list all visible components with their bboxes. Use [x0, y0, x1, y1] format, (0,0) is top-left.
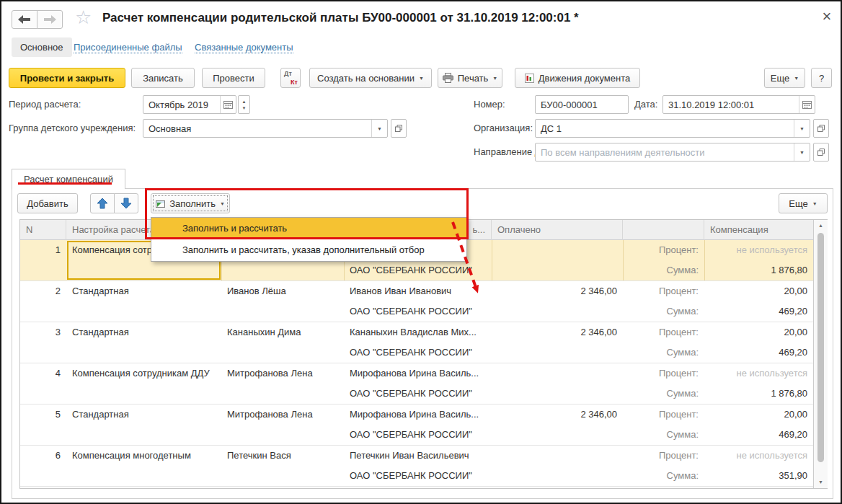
direction-placeholder: По всем направлениям деятельности [536, 147, 794, 158]
favorite-star-icon[interactable]: ☆ [75, 6, 92, 29]
header-labels[interactable] [623, 220, 704, 240]
annotation-underline [18, 182, 112, 185]
period-field[interactable]: Октябрь 2019 [143, 95, 236, 114]
back-button[interactable] [12, 10, 37, 29]
stepper-up-icon: ▲ [242, 100, 247, 104]
open-form-icon [817, 148, 825, 156]
org-label: Организация: [474, 119, 533, 138]
cell-setting: Компенсация многодетным [66, 446, 221, 466]
cell-sum-label: Сумма: [623, 342, 704, 363]
more-button[interactable]: Еще▼ [764, 68, 805, 88]
document-window: ☆ Расчет компенсации родительской платы … [0, 0, 842, 504]
period-label: Период расчета: [9, 95, 81, 114]
stepper-down-icon: ▼ [242, 106, 247, 110]
document-movements-button[interactable]: Движения документа [515, 68, 640, 88]
cell-parent: Кананыхин Владислав Мих... [344, 322, 492, 342]
move-up-button[interactable] [90, 193, 115, 213]
combo-dropdown-icon[interactable]: ▼ [794, 143, 810, 161]
org-open-button[interactable] [813, 119, 829, 138]
tab-main[interactable]: Основное [12, 37, 72, 57]
menu-item-fill-and-calculate[interactable]: Заполнить и рассчитать [151, 218, 466, 239]
more-label: Еще [771, 73, 789, 84]
cell-sum: 469,20 [704, 425, 813, 445]
add-row-label: Добавить [27, 198, 68, 209]
cell-percent: 20,00 [704, 322, 813, 342]
number-value: БУ00-000001 [536, 100, 628, 110]
cell-sum: 351,90 [704, 466, 813, 486]
post-button[interactable]: Провести [202, 68, 265, 88]
cell-bank: ОАО "СБЕРБАНК РОССИИ" [344, 425, 492, 445]
fill-button[interactable]: Заполнить▼ [151, 193, 230, 213]
cell-paid: 2 346,00 [492, 404, 623, 425]
cell-setting: Компенсация сотрудникам ДДУ [66, 363, 221, 384]
move-down-button[interactable] [114, 193, 138, 213]
calendar-icon[interactable] [799, 96, 815, 113]
vertical-scrollbar[interactable]: ▲ ▼ [813, 220, 828, 488]
cell-paid: 2 346,00 [492, 281, 623, 301]
cell-parent: Иванов Иван Иванович [344, 281, 492, 301]
scroll-up-icon[interactable]: ▲ [814, 220, 828, 231]
arrow-down-icon [120, 198, 132, 209]
header-paid[interactable]: Оплачено [492, 220, 623, 240]
cell-parent: Мирофанова Ирина Василь... [344, 363, 492, 384]
combo-dropdown-icon[interactable]: ▼ [371, 120, 387, 137]
menu-item-fill-with-filter[interactable]: Заполнить и рассчитать, указав дополните… [151, 239, 466, 261]
close-icon[interactable]: × [818, 7, 836, 26]
arrow-up-icon [97, 198, 108, 209]
period-value: Октябрь 2019 [143, 100, 220, 110]
date-field[interactable]: 31.10.2019 12:00:01 [662, 95, 815, 114]
combo-dropdown-icon[interactable]: ▼ [794, 120, 810, 137]
save-button[interactable]: Записать [131, 68, 195, 88]
help-button[interactable]: ? [811, 68, 832, 88]
cell-percent-label: Процент: [623, 281, 704, 301]
history-nav [12, 10, 63, 29]
scrollbar-thumb[interactable] [817, 233, 824, 462]
tab-linked-documents[interactable]: Связанные документы [195, 42, 293, 53]
cell-setting: Стандартная [66, 281, 221, 301]
header-n[interactable]: N [20, 220, 66, 240]
cell-percent-label: Процент: [623, 363, 704, 384]
create-based-on-button[interactable]: Создать на основании▼ [309, 68, 432, 88]
cell-sum-label: Сумма: [623, 301, 704, 322]
chevron-down-icon: ▼ [794, 76, 799, 81]
header-compensation[interactable]: Компенсация [704, 220, 813, 240]
help-label: ? [819, 73, 824, 84]
cell-child: Петечкин Вася [221, 446, 344, 466]
post-and-close-button[interactable]: Провести и закрыть [9, 68, 125, 88]
period-stepper[interactable]: ▲▼ [238, 95, 250, 114]
cell-percent: не используется [704, 446, 813, 466]
table-row[interactable]: 4 Компенсация сотрудникам ДДУ Митрофанов… [20, 363, 813, 404]
cell-n: 3 [20, 322, 66, 342]
print-label: Печать [458, 73, 489, 84]
direction-combo[interactable]: По всем направлениям деятельности ▼ [535, 143, 810, 162]
group-combo[interactable]: Основная ▼ [143, 119, 388, 138]
cell-n: 4 [20, 363, 66, 384]
scroll-down-icon[interactable]: ▼ [814, 477, 828, 488]
table-row[interactable]: 3 Стандартная Кананыхин Дима Кананыхин В… [20, 322, 813, 363]
table-row[interactable]: 6 Компенсация многодетным Петечкин Вася … [20, 446, 813, 487]
add-row-button[interactable]: Добавить [17, 193, 78, 213]
group-open-button[interactable] [391, 119, 407, 138]
printer-icon [443, 73, 453, 83]
cell-child: Кананыхин Дима [221, 322, 344, 342]
calendar-icon[interactable] [220, 96, 236, 113]
dtkt-postings-button[interactable]: Дт Кт [280, 68, 301, 88]
org-value: ДС 1 [536, 123, 794, 134]
direction-open-button[interactable] [813, 143, 829, 162]
tab-calc-compensations[interactable]: Расчет компенсаций [12, 169, 125, 189]
fill-dropdown-menu: Заполнить и рассчитать Заполнить и рассч… [151, 217, 467, 262]
print-button[interactable]: Печать▼ [438, 68, 502, 88]
number-field[interactable]: БУ00-000001 [535, 95, 629, 114]
arrow-left-icon [18, 15, 31, 24]
table-more-button[interactable]: Еще▼ [779, 193, 828, 213]
create-based-on-label: Создать на основании [317, 73, 415, 84]
org-combo[interactable]: ДС 1 ▼ [535, 119, 810, 138]
cell-child: Иванов Лёша [221, 281, 344, 301]
forward-button[interactable] [37, 10, 63, 29]
tab-attached-files[interactable]: Присоединенные файлы [74, 42, 182, 53]
save-label: Записать [143, 73, 183, 84]
cell-n: 6 [20, 446, 66, 466]
table-row[interactable]: 2 Стандартная Иванов Лёша Иванов Иван Ив… [20, 281, 813, 322]
chevron-down-icon: ▼ [419, 76, 424, 81]
table-row[interactable]: 5 Стандартная Митрофанова Лена Мирофанов… [20, 404, 813, 446]
